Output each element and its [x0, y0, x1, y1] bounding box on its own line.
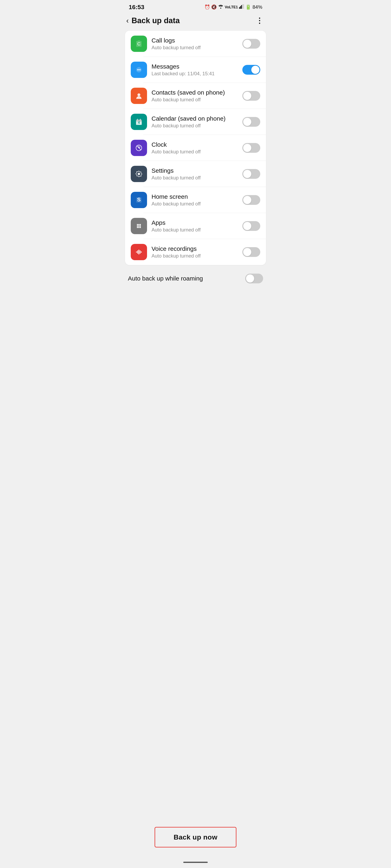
contacts-title: Contacts (saved on phone): [151, 89, 238, 96]
svg-point-10: [140, 69, 141, 70]
svg-point-11: [137, 93, 140, 96]
calendar-subtitle: Auto backup turned off: [151, 123, 238, 129]
apps-title: Apps: [151, 219, 238, 226]
svg-rect-35: [137, 250, 138, 254]
calendar-title: Calendar (saved on phone): [151, 115, 238, 122]
roaming-label: Auto back up while roaming: [128, 275, 203, 282]
svg-rect-5: [243, 4, 244, 9]
svg-point-26: [138, 224, 139, 225]
list-item: 4 Calendar (saved on phone) Auto backup …: [125, 109, 266, 135]
signal-bars-icon: [239, 4, 244, 10]
toggle-knob: [243, 40, 251, 48]
status-icons: ⏰ 🔇 VoLTE1 🔋 84%: [204, 4, 262, 10]
svg-rect-3: [241, 5, 242, 9]
battery-icon: 🔋: [245, 4, 251, 10]
list-item: Messages Last backed up: 11/04, 15:41: [125, 57, 266, 83]
back-button[interactable]: ‹: [126, 17, 129, 25]
apps-text: Apps Auto backup turned off: [151, 219, 238, 233]
apps-icon: [131, 218, 147, 234]
messages-icon: [131, 62, 147, 78]
call-logs-icon: C: [131, 36, 147, 52]
svg-point-9: [138, 69, 139, 70]
list-item: Clock Auto backup turned off: [125, 135, 266, 161]
toggle-knob: [243, 248, 251, 256]
svg-point-30: [140, 225, 141, 227]
calendar-text: Calendar (saved on phone) Auto backup tu…: [151, 115, 238, 129]
backup-items-card: C Call logs Auto backup turned off Messa…: [125, 31, 266, 265]
settings-toggle[interactable]: [242, 169, 260, 179]
settings-title: Settings: [151, 167, 238, 174]
back-up-now-button[interactable]: Back up now: [155, 827, 236, 847]
svg-point-29: [138, 225, 139, 227]
more-options-button[interactable]: ⋮: [256, 17, 263, 25]
home-screen-text: Home screen Auto backup turned off: [151, 193, 238, 207]
svg-point-0: [220, 8, 221, 9]
alarm-icon: ⏰: [204, 4, 210, 10]
list-item: C Call logs Auto backup turned off: [125, 31, 266, 57]
voice-recordings-text: Voice recordings Auto backup turned off: [151, 245, 238, 259]
svg-rect-2: [240, 6, 241, 9]
signal-icon: VoLTE1: [225, 5, 238, 9]
list-item: Contacts (saved on phone) Auto backup tu…: [125, 83, 266, 109]
settings-icon: [131, 166, 147, 182]
contacts-text: Contacts (saved on phone) Auto backup tu…: [151, 89, 238, 102]
list-item: Apps Auto backup turned off: [125, 213, 266, 239]
messages-toggle[interactable]: [242, 65, 260, 75]
messages-text: Messages Last backed up: 11/04, 15:41: [151, 63, 238, 76]
svg-text:C: C: [137, 41, 141, 46]
svg-point-8: [137, 69, 138, 70]
toggle-knob: [243, 118, 251, 126]
svg-point-31: [137, 227, 138, 228]
home-screen-icon: S: [131, 192, 147, 208]
list-item: Settings Auto backup turned off: [125, 161, 266, 187]
clock-icon: [131, 140, 147, 156]
svg-rect-1: [239, 7, 240, 9]
page-header: ‹ Back up data ⋮: [122, 12, 269, 29]
contacts-icon: [131, 88, 147, 104]
mute-icon: 🔇: [211, 4, 217, 10]
call-logs-title: Call logs: [151, 37, 238, 44]
svg-rect-38: [141, 251, 142, 253]
backup-btn-container: Back up now: [122, 819, 269, 860]
roaming-row: Auto back up while roaming: [122, 267, 269, 290]
svg-rect-37: [140, 250, 141, 254]
toggle-knob: [243, 222, 251, 230]
home-screen-subtitle: Auto backup turned off: [151, 201, 238, 207]
toggle-knob: [246, 274, 254, 283]
page-spacer: [122, 290, 269, 819]
calendar-toggle[interactable]: [242, 117, 260, 127]
call-logs-text: Call logs Auto backup turned off: [151, 37, 238, 51]
svg-rect-36: [138, 250, 139, 254]
toggle-knob: [243, 196, 251, 204]
clock-subtitle: Auto backup turned off: [151, 149, 238, 155]
toggle-knob: [243, 170, 251, 178]
settings-subtitle: Auto backup turned off: [151, 175, 238, 181]
battery-percent: 84%: [253, 4, 262, 10]
clock-toggle[interactable]: [242, 143, 260, 153]
svg-point-32: [138, 227, 139, 228]
home-screen-toggle[interactable]: [242, 195, 260, 205]
toggle-knob: [251, 66, 259, 74]
call-logs-subtitle: Auto backup turned off: [151, 45, 238, 51]
status-bar: 16:53 ⏰ 🔇 VoLTE1 🔋 84%: [122, 0, 269, 12]
svg-rect-4: [242, 4, 243, 9]
voice-recordings-icon: [131, 244, 147, 260]
home-screen-title: Home screen: [151, 193, 238, 200]
svg-rect-34: [136, 251, 137, 253]
svg-text:4: 4: [138, 121, 140, 124]
clock-text: Clock Auto backup turned off: [151, 141, 238, 155]
clock-title: Clock: [151, 141, 238, 148]
apps-toggle[interactable]: [242, 221, 260, 231]
svg-point-22: [138, 173, 140, 175]
toggle-knob: [243, 92, 251, 100]
roaming-toggle[interactable]: [245, 274, 263, 283]
call-logs-toggle[interactable]: [242, 39, 260, 49]
svg-point-28: [137, 225, 138, 227]
status-time: 16:53: [129, 4, 144, 10]
voice-recordings-toggle[interactable]: [242, 247, 260, 257]
list-item: Voice recordings Auto backup turned off: [125, 239, 266, 265]
calendar-icon: 4: [131, 114, 147, 130]
contacts-toggle[interactable]: [242, 91, 260, 101]
messages-subtitle: Last backed up: 11/04, 15:41: [151, 71, 238, 76]
bottom-bar: [122, 860, 269, 865]
